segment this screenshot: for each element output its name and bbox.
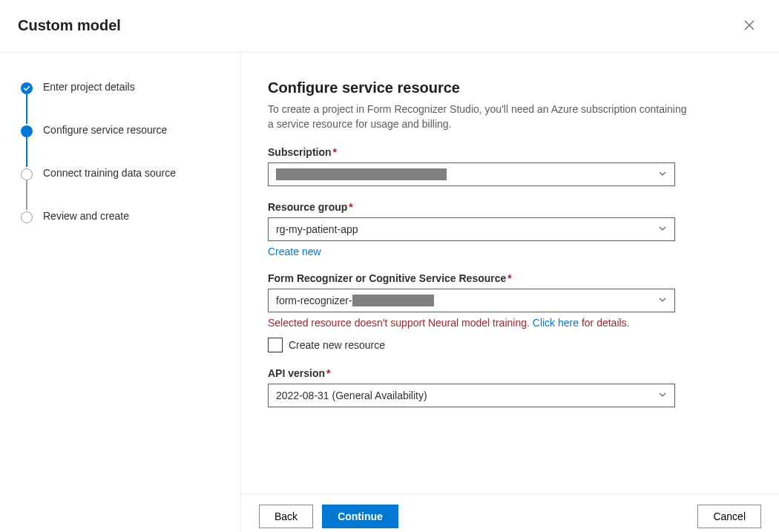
required-marker: * — [326, 367, 330, 379]
api-version-dropdown[interactable]: 2022-08-31 (General Availability) — [268, 384, 675, 407]
step-connect-training-data-source[interactable]: Connect training data source — [21, 167, 240, 180]
close-button[interactable] — [737, 13, 761, 37]
cancel-button[interactable]: Cancel — [697, 505, 761, 528]
page-description: To create a project in Form Recognizer S… — [268, 102, 691, 131]
step-indicator-upcoming — [21, 211, 33, 223]
step-indicator-done — [21, 82, 33, 94]
chevron-down-icon — [658, 168, 667, 180]
chevron-down-icon — [658, 295, 667, 306]
fr-resource-label: Form Recognizer or Cognitive Service Res… — [268, 272, 675, 284]
step-connector — [26, 180, 27, 210]
field-fr-resource: Form Recognizer or Cognitive Service Res… — [268, 272, 675, 352]
required-marker: * — [507, 272, 511, 284]
create-new-resource-checkbox[interactable] — [268, 338, 283, 352]
step-review-and-create[interactable]: Review and create — [21, 210, 240, 223]
page-title: Configure service resource — [268, 79, 749, 96]
step-connector — [26, 94, 27, 124]
create-new-resource-group-link[interactable]: Create new — [268, 246, 675, 257]
step-label: Connect training data source — [43, 167, 176, 179]
chevron-down-icon — [658, 390, 667, 401]
required-marker: * — [333, 146, 337, 158]
resource-group-label: Resource group* — [268, 201, 675, 213]
api-version-label: API version* — [268, 367, 675, 379]
field-resource-group: Resource group* rg-my-patient-app Create… — [268, 201, 675, 257]
back-button[interactable]: Back — [259, 505, 313, 528]
form-content-area: Configure service resource To create a p… — [241, 53, 779, 493]
wizard-steps-sidebar: Enter project details Configure service … — [0, 53, 241, 532]
step-configure-service-resource[interactable]: Configure service resource — [21, 124, 240, 137]
api-version-value: 2022-08-31 (General Availability) — [276, 390, 658, 401]
redacted-text — [352, 295, 434, 306]
step-label: Review and create — [43, 210, 129, 222]
dialog-header: Custom model — [0, 0, 779, 53]
field-subscription: Subscription* — [268, 146, 675, 186]
fr-resource-warning: Selected resource doesn't support Neural… — [268, 317, 675, 329]
step-connector — [26, 137, 27, 167]
step-enter-project-details[interactable]: Enter project details — [21, 81, 240, 94]
fr-resource-dropdown[interactable]: form-recognizer- — [268, 289, 675, 312]
dialog-title: Custom model — [18, 17, 121, 34]
step-indicator-current — [21, 125, 33, 137]
checkmark-icon — [23, 85, 30, 92]
subscription-value — [276, 168, 658, 180]
redacted-text — [276, 168, 447, 180]
dialog-footer: Back Continue Cancel — [241, 493, 779, 532]
chevron-down-icon — [658, 223, 667, 235]
create-new-resource-checkbox-row: Create new resource — [268, 338, 675, 352]
step-label: Enter project details — [43, 81, 135, 93]
close-icon — [744, 20, 755, 30]
neural-details-link[interactable]: Click here — [533, 317, 579, 329]
subscription-dropdown[interactable] — [268, 162, 675, 186]
step-label: Configure service resource — [43, 124, 167, 136]
create-new-resource-label: Create new resource — [289, 339, 385, 351]
resource-group-value: rg-my-patient-app — [276, 223, 658, 235]
field-api-version: API version* 2022-08-31 (General Availab… — [268, 367, 675, 407]
step-indicator-upcoming — [21, 168, 33, 180]
continue-button[interactable]: Continue — [322, 505, 398, 528]
fr-resource-value: form-recognizer- — [276, 295, 658, 306]
resource-group-dropdown[interactable]: rg-my-patient-app — [268, 217, 675, 241]
required-marker: * — [349, 201, 352, 213]
subscription-label: Subscription* — [268, 146, 675, 158]
